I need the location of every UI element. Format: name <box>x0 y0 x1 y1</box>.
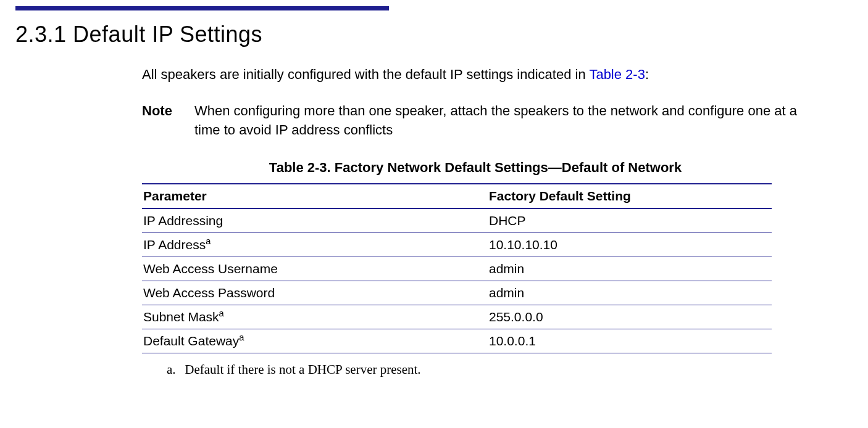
table-header-row: Parameter Factory Default Setting <box>142 184 772 208</box>
section-rule <box>15 6 389 10</box>
cell-param: IP Addressing <box>142 208 488 233</box>
cell-param: IP Addressa <box>142 233 488 257</box>
section-body: All speakers are initially configured wi… <box>142 66 809 377</box>
cell-param: Subnet Maska <box>142 305 488 329</box>
note-label: Note <box>142 101 194 141</box>
cell-value: admin <box>488 257 772 281</box>
table-row: Subnet Maska 255.0.0.0 <box>142 305 772 329</box>
footnote-text: Default if there is not a DHCP server pr… <box>185 362 420 377</box>
cell-value: admin <box>488 281 772 305</box>
cell-param: Web Access Username <box>142 257 488 281</box>
cell-param: Web Access Password <box>142 281 488 305</box>
intro-text-after: : <box>645 67 649 82</box>
table-header-parameter: Parameter <box>142 184 488 208</box>
cell-param: Default Gatewaya <box>142 329 488 353</box>
note-text: When configuring more than one speaker, … <box>194 101 809 141</box>
intro-text-before: All speakers are initially configured wi… <box>142 67 589 82</box>
factory-defaults-table: Parameter Factory Default Setting IP Add… <box>142 183 772 353</box>
table-row: IP Addressa 10.10.10.10 <box>142 233 772 257</box>
document-page: 2.3.1 Default IP Settings All speakers a… <box>0 0 868 396</box>
table-caption: Table 2-3. Factory Network Default Setti… <box>142 160 809 176</box>
footnote-label: a. <box>167 362 182 377</box>
table-row: Web Access Username admin <box>142 257 772 281</box>
table-row: IP Addressing DHCP <box>142 208 772 233</box>
table-row: Web Access Password admin <box>142 281 772 305</box>
table-footnote: a. Default if there is not a DHCP server… <box>167 362 809 377</box>
cell-value: 255.0.0.0 <box>488 305 772 329</box>
note-block: Note When configuring more than one spea… <box>142 101 809 141</box>
table-row: Default Gatewaya 10.0.0.1 <box>142 329 772 353</box>
section-title: Default IP Settings <box>73 22 262 47</box>
intro-paragraph: All speakers are initially configured wi… <box>142 66 809 84</box>
cell-value: 10.10.10.10 <box>488 233 772 257</box>
cell-value: DHCP <box>488 208 772 233</box>
table-reference-link[interactable]: Table 2-3 <box>589 67 645 82</box>
section-number: 2.3.1 <box>15 22 67 47</box>
table-header-value: Factory Default Setting <box>488 184 772 208</box>
section-heading: 2.3.1 Default IP Settings <box>15 22 853 47</box>
cell-value: 10.0.0.1 <box>488 329 772 353</box>
